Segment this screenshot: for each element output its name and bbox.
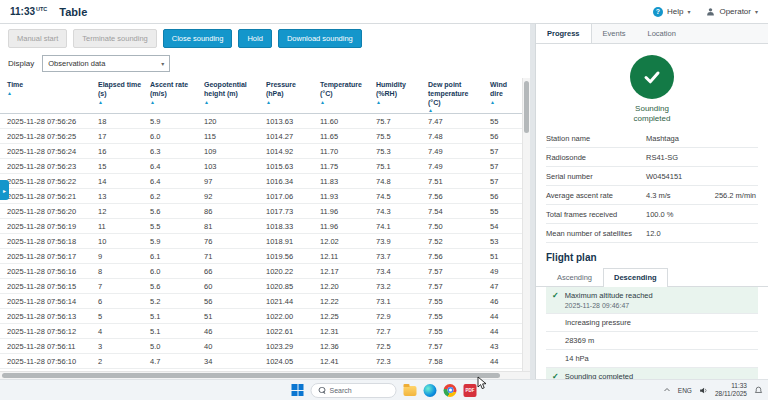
- language-indicator[interactable]: ENG: [678, 387, 692, 394]
- cell-time: 2025-11-28 07:56:20: [0, 204, 94, 219]
- table-row[interactable]: 2025-11-28 07:56:1355.1511022.0012.2572.…: [0, 309, 522, 324]
- cell-dew-point: 7.56: [424, 189, 486, 204]
- table-row[interactable]: 2025-11-28 07:56:1024.7341024.0512.4172.…: [0, 354, 522, 369]
- display-select[interactable]: Observation data ▾: [42, 55, 170, 72]
- sort-icon[interactable]: ▲: [204, 100, 258, 105]
- horizontal-scrollbar-thumb[interactable]: [2, 373, 500, 378]
- help-menu[interactable]: ? Help ▾: [653, 7, 690, 17]
- column-header-ascent-rate[interactable]: Ascent rate (m/s)▲: [146, 78, 200, 114]
- cell-geopotential-height: 86: [200, 204, 262, 219]
- cell-temperature: 12.11: [316, 249, 372, 264]
- table-row[interactable]: 2025-11-28 07:56:1245.1461022.6112.3172.…: [0, 324, 522, 339]
- cell-time: 2025-11-28 07:56:17: [0, 249, 94, 264]
- table-row[interactable]: 2025-11-28 07:56:18105.9761018.9112.0273…: [0, 234, 522, 249]
- cell-elapsed-time: 8: [94, 264, 146, 279]
- tab-events[interactable]: Events: [592, 24, 637, 43]
- cell-wind-direction: 53: [486, 234, 522, 249]
- chart-flyout-handle[interactable]: ▸: [0, 180, 9, 200]
- cell-wind-direction: 55: [486, 204, 522, 219]
- file-explorer-icon[interactable]: [404, 386, 417, 396]
- sort-icon[interactable]: ▲: [376, 100, 420, 105]
- sort-icon[interactable]: ▲: [98, 100, 142, 105]
- hold-button[interactable]: Hold: [238, 29, 271, 48]
- cell-time: 2025-11-28 07:56:13: [0, 309, 94, 324]
- table-row[interactable]: 2025-11-28 07:56:20125.6861017.7311.9674…: [0, 204, 522, 219]
- user-icon: [706, 7, 715, 16]
- column-header-elapsed-time[interactable]: Elapsed time (s)▲: [94, 78, 146, 114]
- system-date: 28/11/2025: [715, 390, 747, 398]
- cell-time: 2025-11-28 07:56:25: [0, 129, 94, 144]
- pdf-app-icon[interactable]: PDF: [464, 384, 477, 397]
- column-header-temperature[interactable]: Temperature (°C)▲: [316, 78, 372, 114]
- user-menu[interactable]: Operator ▾: [706, 7, 758, 16]
- cell-temperature: 11.75: [316, 159, 372, 174]
- chrome-browser-icon[interactable]: [444, 384, 457, 397]
- vertical-scrollbar[interactable]: [522, 78, 530, 371]
- column-header-dew-point[interactable]: Dew point temperature (°C)▲: [424, 78, 486, 114]
- horizontal-scrollbar[interactable]: [0, 371, 530, 379]
- sort-icon[interactable]: ▲: [320, 100, 368, 105]
- cell-wind-direction: 55: [486, 114, 522, 129]
- utc-clock: 11:33UTC: [10, 6, 47, 17]
- system-clock[interactable]: 11:33 28/11/2025: [715, 382, 747, 399]
- table-row[interactable]: 2025-11-28 07:56:1575.6601020.8512.2073.…: [0, 279, 522, 294]
- cell-humidity: 72.7: [372, 324, 424, 339]
- cell-geopotential-height: 60: [200, 279, 262, 294]
- table-row[interactable]: 2025-11-28 07:56:21136.2921017.0611.9374…: [0, 189, 522, 204]
- terminate-sounding-button[interactable]: Terminate sounding: [73, 29, 156, 48]
- cell-wind-direction: 57: [486, 159, 522, 174]
- panel-tabs: ProgressEventsLocation: [536, 24, 768, 44]
- table-row[interactable]: 2025-11-28 07:56:19115.5811018.3311.9674…: [0, 219, 522, 234]
- tab-descending[interactable]: Descending: [603, 268, 668, 287]
- vertical-scrollbar-thumb[interactable]: [524, 81, 529, 133]
- table-row[interactable]: 2025-11-28 07:56:1465.2561021.4412.2273.…: [0, 294, 522, 309]
- table-row[interactable]: 2025-11-28 07:56:24166.31091014.9211.707…: [0, 144, 522, 159]
- edge-browser-icon[interactable]: [424, 384, 437, 397]
- info-row: Mean number of satellites12.0: [546, 224, 758, 243]
- cell-dew-point: 7.57: [424, 339, 486, 354]
- sort-icon[interactable]: ▲: [428, 108, 482, 113]
- table-row[interactable]: 2025-11-28 07:56:22146.4971016.3411.8374…: [0, 174, 522, 189]
- tab-location[interactable]: Location: [636, 24, 686, 43]
- column-header-time[interactable]: Time▲: [0, 78, 94, 114]
- cell-temperature: 12.41: [316, 354, 372, 369]
- column-header-humidity[interactable]: Humidity (%RH)▲: [372, 78, 424, 114]
- table-row[interactable]: 2025-11-28 07:56:23156.41031015.6311.757…: [0, 159, 522, 174]
- cell-pressure: 1020.22: [262, 264, 316, 279]
- flight-plan-detail: Increasing pressure: [546, 314, 758, 332]
- table-row[interactable]: 2025-11-28 07:56:26185.91201013.6311.607…: [0, 114, 522, 129]
- download-sounding-button[interactable]: Download sounding: [278, 29, 362, 48]
- app-body: Manual startTerminate soundingClose soun…: [0, 24, 768, 379]
- chevron-up-icon[interactable]: [663, 386, 671, 394]
- table-zone: Time▲Elapsed time (s)▲Ascent rate (m/s)▲…: [0, 78, 530, 371]
- manual-start-button[interactable]: Manual start: [8, 29, 67, 48]
- column-header-geopotential-height[interactable]: Geopotential height (m)▲: [200, 78, 262, 114]
- cell-pressure: 1020.85: [262, 279, 316, 294]
- notification-bell-icon[interactable]: [754, 386, 763, 395]
- sort-icon[interactable]: ▲: [266, 100, 312, 105]
- header-menus: ? Help ▾ Operator ▾: [653, 7, 758, 17]
- table-row[interactable]: 2025-11-28 07:56:1796.1711019.5612.1173.…: [0, 249, 522, 264]
- tab-progress[interactable]: Progress: [536, 24, 592, 43]
- sort-icon[interactable]: ▲: [490, 100, 518, 105]
- cell-geopotential-height: 56: [200, 294, 262, 309]
- milestone-body: Maximum altitude reached2025-11-28 09:46…: [565, 291, 653, 309]
- cell-temperature: 12.25: [316, 309, 372, 324]
- taskbar-search[interactable]: Search: [311, 383, 397, 398]
- user-label: Operator: [719, 7, 751, 16]
- cell-temperature: 11.96: [316, 219, 372, 234]
- windows-start-icon[interactable]: [292, 384, 304, 396]
- volume-icon[interactable]: [699, 386, 708, 395]
- sort-icon[interactable]: ▲: [150, 100, 196, 105]
- info-row: Total frames received100.0 %: [546, 205, 758, 224]
- table-row[interactable]: 2025-11-28 07:56:1686.0661020.2212.1773.…: [0, 264, 522, 279]
- table-row[interactable]: 2025-11-28 07:56:1135.0401023.2912.3672.…: [0, 339, 522, 354]
- table-row[interactable]: 2025-11-28 07:56:25176.01151014.2711.657…: [0, 129, 522, 144]
- close-sounding-button[interactable]: Close sounding: [163, 29, 233, 48]
- sort-icon[interactable]: ▲: [7, 91, 90, 96]
- tab-ascending[interactable]: Ascending: [546, 268, 603, 286]
- column-header-pressure[interactable]: Pressure (hPa)▲: [262, 78, 316, 114]
- cell-humidity: 73.2: [372, 279, 424, 294]
- column-header-wind-direction[interactable]: Wind dire▲: [486, 78, 522, 114]
- display-select-value: Observation data: [48, 59, 105, 68]
